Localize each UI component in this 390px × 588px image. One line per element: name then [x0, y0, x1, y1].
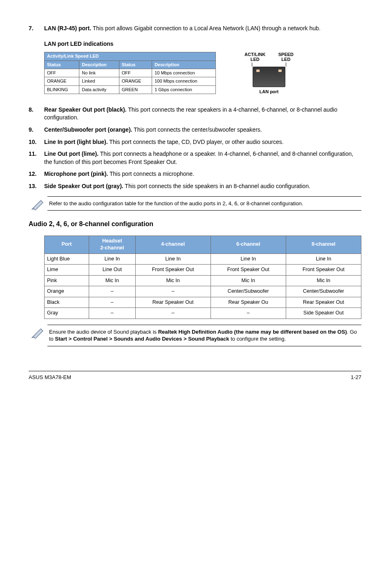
table-row: LimeLine OutFront Speaker OutFront Speak… [45, 265, 361, 276]
item-text: This port connects the side speakers in … [123, 183, 310, 189]
item-number: 9. [29, 126, 44, 134]
col-header: 4-channel [135, 236, 211, 254]
table-row: ORANGE Linked ORANGE 100 Mbps connection [45, 77, 216, 85]
footer-right: 1-27 [351, 374, 361, 381]
item-title: Line Out port (lime). [44, 150, 99, 157]
diag-label: ACT/LINK [244, 52, 265, 57]
item-text: This port connects the center/subwoofer … [132, 126, 262, 133]
lan-led-table: Activity/Link Speed LED Status Descripti… [44, 52, 216, 94]
col-header: Status [45, 61, 79, 69]
col-header: Port [45, 236, 89, 254]
audio-config-heading: Audio 2, 4, 6, or 8-channel configuratio… [29, 220, 361, 229]
col-header: Status [119, 61, 152, 69]
lan-info-row: Activity/Link Speed LED Status Descripti… [44, 52, 361, 95]
item-title: Rear Speaker Out port (black). [44, 106, 127, 113]
list-item-10: 10. Line In port (light blue). This port… [29, 138, 361, 146]
table-row: OFF No link OFF 10 Mbps connection [45, 69, 216, 77]
diag-label: LED [251, 57, 260, 62]
item-number: 13. [29, 182, 44, 191]
list-item-9: 9. Center/Subwoofer port (orange). This … [29, 126, 361, 134]
table-row: Black–Rear Speaker OutRear Speaker OuRea… [45, 297, 361, 308]
diag-caption: LAN port [244, 89, 294, 95]
item-number: 11. [29, 150, 44, 166]
item-number: 8. [29, 106, 44, 122]
col-header: Description [152, 61, 216, 69]
col-header: Description [79, 61, 119, 69]
note-text: Refer to the audio configuration table f… [47, 196, 361, 211]
lan-port-diagram: ACT/LINKLED SPEEDLED LAN port [244, 52, 294, 95]
table-row: PinkMic InMic InMic InMic In [45, 275, 361, 286]
item-body: LAN (RJ-45) port. This port allows Gigab… [44, 25, 361, 33]
item-text: This port connects the tape, CD, DVD pla… [108, 139, 284, 145]
item-number: 12. [29, 170, 44, 178]
pencil-note-icon [29, 325, 47, 341]
item-text: This port allows Gigabit connection to a… [91, 25, 321, 31]
diag-label: SPEED [278, 52, 294, 57]
col-header: Headset2-channel [89, 236, 135, 254]
list-item-8: 8. Rear Speaker Out port (black). This p… [29, 106, 361, 122]
item-title: Line In port (light blue). [44, 139, 108, 145]
list-item-7: 7. LAN (RJ-45) port. This port allows Gi… [29, 25, 361, 33]
audio-config-table: Port Headset2-channel 4-channel 6-channe… [44, 236, 361, 319]
item-title: Side Speaker Out port (gray). [44, 183, 123, 189]
footer-left: ASUS M3A78-EM [29, 374, 71, 381]
lan-led-heading: LAN port LED indications [44, 40, 361, 48]
table-row: Light BlueLine InLine InLine InLine In [45, 254, 361, 265]
page-footer: ASUS M3A78-EM 1-27 [29, 371, 361, 381]
diag-label: LED [281, 57, 290, 62]
table-row: Gray–––Side Speaker Out [45, 308, 361, 319]
item-number: 10. [29, 138, 44, 146]
note-sound-playback: Ensure the audio device of Sound playbac… [29, 325, 361, 346]
item-title: Center/Subwoofer port (orange). [44, 126, 132, 133]
pencil-note-icon [29, 196, 47, 213]
lan-port-icon [253, 67, 285, 87]
item-text: This port connects a microphone. [108, 171, 194, 177]
list-item-11: 11. Line Out port (lime). This port conn… [29, 150, 361, 166]
col-header: 6-channel [211, 236, 286, 254]
item-title: LAN (RJ-45) port. [44, 25, 91, 31]
note-audio-config: Refer to the audio configuration table f… [29, 196, 361, 213]
lan-table-title: Activity/Link Speed LED [45, 52, 216, 61]
item-title: Microphone port (pink). [44, 171, 108, 177]
table-row: Orange––Center/SubwooferCenter/Subwoofer [45, 286, 361, 297]
item-number: 7. [29, 25, 44, 33]
list-item-13: 13. Side Speaker Out port (gray). This p… [29, 182, 361, 191]
list-item-12: 12. Microphone port (pink). This port co… [29, 170, 361, 178]
col-header: 8-channel [286, 236, 361, 254]
note-text: Ensure the audio device of Sound playbac… [47, 325, 361, 346]
table-row: BLINKING Data activity GREEN 1 Gbps conn… [45, 85, 216, 94]
